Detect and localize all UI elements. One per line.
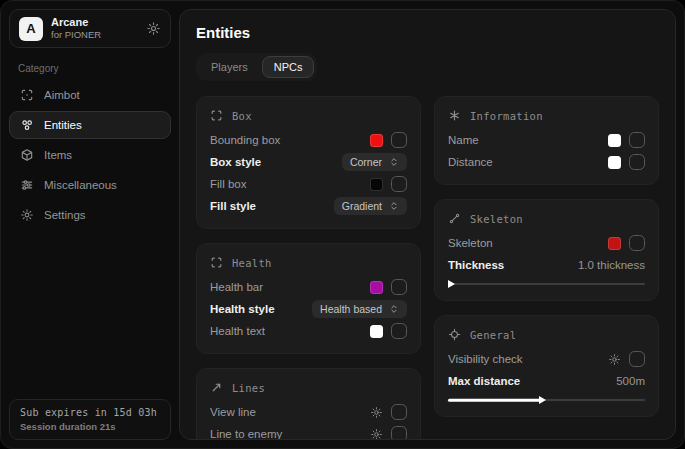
category-label: Category — [18, 63, 171, 74]
color-swatch[interactable] — [608, 237, 621, 250]
row-thickness: Thickness 1.0 thickness — [448, 254, 645, 276]
card-title: Information — [470, 110, 543, 122]
app-window: A Arcane for PIONER Category Aimbot Enti… — [0, 0, 685, 449]
box-style-dropdown[interactable]: Corner — [342, 153, 407, 171]
sidebar-item-label: Items — [44, 149, 72, 161]
row-visibility-check: Visibility check — [448, 348, 645, 370]
row-fill-box: Fill box — [210, 173, 407, 195]
card-title: Skeleton — [470, 213, 523, 225]
asterisk-icon — [448, 109, 461, 122]
brand-subtitle: for PIONER — [51, 29, 101, 41]
brand-settings-gear-icon[interactable] — [146, 21, 161, 36]
brand-name: Arcane — [51, 16, 101, 29]
bounding-box-checkbox[interactable] — [391, 132, 407, 148]
row-view-line: View line — [210, 401, 407, 423]
sidebar-item-label: Aimbot — [44, 89, 80, 101]
app-logo: A — [19, 17, 43, 41]
general-card: General Visibility check Max distance — [434, 315, 659, 417]
sidebar-item-entities[interactable]: Entities — [9, 111, 171, 139]
chevron-up-down-icon — [389, 157, 399, 167]
thickness-value: 1.0 thickness — [578, 259, 645, 271]
sidebar-item-label: Entities — [44, 119, 82, 131]
scan-brackets-icon — [210, 109, 223, 122]
color-swatch[interactable] — [370, 178, 383, 191]
sidebar-item-miscellaneous[interactable]: Miscellaneous — [9, 171, 171, 199]
information-card: Information Name Distance — [434, 96, 659, 185]
row-box-style: Box style Corner — [210, 151, 407, 173]
bone-icon — [448, 212, 461, 225]
slider-handle[interactable] — [539, 396, 546, 404]
row-skeleton: Skeleton — [448, 232, 645, 254]
tab-npcs[interactable]: NPCs — [262, 56, 315, 78]
sidebar: A Arcane for PIONER Category Aimbot Enti… — [1, 1, 179, 448]
health-style-dropdown[interactable]: Health based — [312, 300, 407, 318]
row-bounding-box: Bounding box — [210, 129, 407, 151]
row-fill-style: Fill style Gradient — [210, 195, 407, 217]
health-bar-checkbox[interactable] — [391, 279, 407, 295]
row-name: Name — [448, 129, 645, 151]
line-to-enemy-settings-gear-icon[interactable] — [370, 428, 383, 441]
diagonal-arrow-icon — [210, 381, 223, 394]
subscription-info-box: Sub expires in 15d 03h Session duration … — [9, 399, 171, 440]
name-checkbox[interactable] — [629, 132, 645, 148]
sidebar-item-items[interactable]: Items — [9, 141, 171, 169]
card-title: Lines — [232, 382, 265, 394]
card-title: Health — [232, 257, 272, 269]
color-swatch[interactable] — [608, 134, 621, 147]
logo-letter: A — [26, 21, 35, 36]
row-distance: Distance — [448, 151, 645, 173]
sliders-icon — [20, 178, 34, 192]
fill-style-dropdown[interactable]: Gradient — [334, 197, 407, 215]
lines-card: Lines View line Line to enemy — [196, 368, 421, 440]
skeleton-checkbox[interactable] — [629, 235, 645, 251]
color-swatch[interactable] — [370, 134, 383, 147]
gear-icon — [20, 208, 34, 222]
view-line-checkbox[interactable] — [391, 404, 407, 420]
aimbot-crosshair-icon — [20, 88, 34, 102]
box-card: Box Bounding box Box style Corner — [196, 96, 421, 229]
visibility-check-settings-gear-icon[interactable] — [608, 353, 621, 366]
scan-brackets-icon — [210, 256, 223, 269]
items-package-icon — [20, 148, 34, 162]
sidebar-item-label: Settings — [44, 209, 86, 221]
row-health-style: Health style Health based — [210, 298, 407, 320]
view-line-settings-gear-icon[interactable] — [370, 406, 383, 419]
row-health-text: Health text — [210, 320, 407, 342]
card-title: Box — [232, 110, 252, 122]
slider-handle[interactable] — [448, 280, 455, 288]
row-line-to-enemy: Line to enemy — [210, 423, 407, 440]
skeleton-card: Skeleton Skeleton Thickness 1.0 thicknes… — [434, 199, 659, 301]
sub-expiry-text: Sub expires in 15d 03h — [20, 407, 160, 418]
chevron-up-down-icon — [389, 201, 399, 211]
color-swatch[interactable] — [370, 325, 383, 338]
health-card: Health Health bar Health style Health ba… — [196, 243, 421, 354]
chevron-up-down-icon — [389, 304, 399, 314]
health-text-checkbox[interactable] — [391, 323, 407, 339]
color-swatch[interactable] — [370, 281, 383, 294]
row-max-distance: Max distance 500m — [448, 370, 645, 392]
tab-bar: Players NPCs — [196, 53, 317, 81]
card-title: General — [470, 329, 516, 341]
sidebar-item-aimbot[interactable]: Aimbot — [9, 81, 171, 109]
sidebar-item-label: Miscellaneous — [44, 179, 117, 191]
thickness-slider[interactable] — [448, 279, 645, 289]
max-distance-slider[interactable] — [448, 395, 645, 405]
main-panel: Entities Players NPCs Box Bounding box — [179, 9, 676, 440]
fill-box-checkbox[interactable] — [391, 176, 407, 192]
line-to-enemy-checkbox[interactable] — [391, 426, 407, 440]
color-swatch[interactable] — [608, 156, 621, 169]
brand-card: A Arcane for PIONER — [9, 9, 171, 48]
row-health-bar: Health bar — [210, 276, 407, 298]
page-title: Entities — [196, 24, 665, 41]
tab-players[interactable]: Players — [199, 56, 260, 78]
distance-checkbox[interactable] — [629, 154, 645, 170]
max-distance-value: 500m — [616, 375, 645, 387]
session-duration-text: Session duration 21s — [20, 421, 160, 432]
sidebar-item-settings[interactable]: Settings — [9, 201, 171, 229]
entities-icon — [20, 118, 34, 132]
crosshair-target-icon — [448, 328, 461, 341]
visibility-check-checkbox[interactable] — [629, 351, 645, 367]
